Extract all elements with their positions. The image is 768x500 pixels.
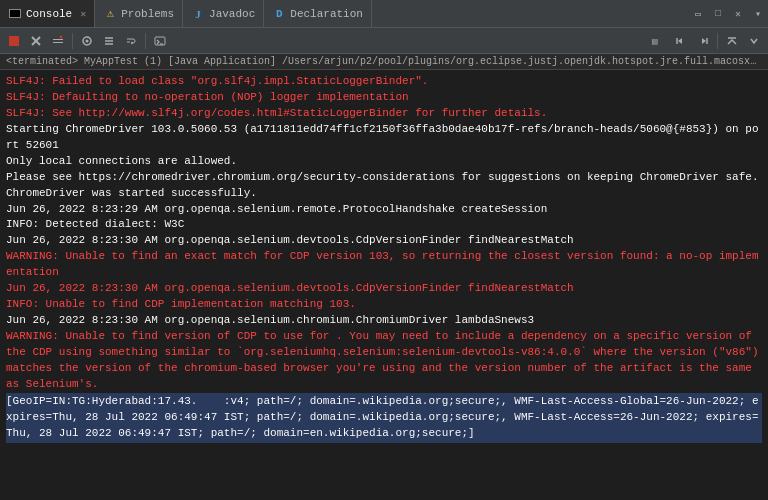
terminate-btn[interactable] xyxy=(4,31,24,51)
console-line: Starting ChromeDriver 103.0.5060.53 (a17… xyxy=(6,122,762,154)
console-line: Please see https://chromedriver.chromium… xyxy=(6,170,762,186)
console-line: SLF4J: Defaulting to no-operation (NOP) … xyxy=(6,90,762,106)
console-toolbar: ▤ xyxy=(0,28,768,54)
remove-launch-btn[interactable] xyxy=(26,31,46,51)
tab-problems[interactable]: ⚠ Problems xyxy=(95,0,183,27)
console-icon xyxy=(8,7,22,21)
console-line: SLF4J: Failed to load class "org.slf4j.i… xyxy=(6,74,762,90)
maximize-btn[interactable]: □ xyxy=(708,4,728,24)
svg-rect-3 xyxy=(53,39,63,40)
word-wrap-btn[interactable] xyxy=(121,31,141,51)
svg-point-8 xyxy=(86,39,89,42)
tab-javadoc[interactable]: J Javadoc xyxy=(183,0,264,27)
tab-bar: Console ✕ ⚠ Problems J Javadoc D Declara… xyxy=(0,0,768,28)
prev-edit-btn[interactable] xyxy=(671,31,691,51)
console-line: INFO: Unable to find CDP implementation … xyxy=(6,297,762,313)
console-line: WARNING: Unable to find version of CDP t… xyxy=(6,329,762,393)
toolbar-sep-1 xyxy=(72,33,73,49)
toolbar-sep-3 xyxy=(717,33,718,49)
type-select-btn[interactable]: ▤ xyxy=(649,31,669,51)
minimize-btn[interactable]: ▭ xyxy=(688,4,708,24)
console-line: Jun 26, 2022 8:23:30 AM org.openqa.selen… xyxy=(6,313,762,329)
console-line: SLF4J: See http://www.slf4j.org/codes.ht… xyxy=(6,106,762,122)
svg-rect-0 xyxy=(9,36,19,46)
declaration-icon: D xyxy=(272,7,286,21)
view-menu-2-btn[interactable] xyxy=(744,31,764,51)
remove-all-btn[interactable] xyxy=(48,31,68,51)
view-menu-btn[interactable]: ▾ xyxy=(748,4,768,24)
console-output[interactable]: SLF4J: Failed to load class "org.slf4j.i… xyxy=(0,70,768,500)
javadoc-icon: J xyxy=(191,7,205,21)
scroll-lock-btn[interactable] xyxy=(99,31,119,51)
console-line: Jun 26, 2022 8:23:29 AM org.openqa.selen… xyxy=(6,202,762,218)
main-container: Console ✕ ⚠ Problems J Javadoc D Declara… xyxy=(0,0,768,500)
collapse-all-btn[interactable] xyxy=(722,31,742,51)
svg-rect-4 xyxy=(53,42,63,43)
tab-javadoc-label: Javadoc xyxy=(209,8,255,20)
toolbar-sep-2 xyxy=(145,33,146,49)
tab-problems-label: Problems xyxy=(121,8,174,20)
tab-console-label: Console xyxy=(26,8,72,20)
tab-declaration-label: Declaration xyxy=(290,8,363,20)
console-line: INFO: Detected dialect: W3C xyxy=(6,217,762,233)
svg-text:▤: ▤ xyxy=(652,36,658,46)
tab-console-close[interactable]: ✕ xyxy=(80,8,86,20)
tab-console[interactable]: Console ✕ xyxy=(0,0,95,27)
console-line: Jun 26, 2022 8:23:30 AM org.openqa.selen… xyxy=(6,281,762,297)
console-line: Only local connections are allowed. xyxy=(6,154,762,170)
problems-icon: ⚠ xyxy=(103,7,117,21)
console-line: ChromeDriver was started successfully. xyxy=(6,186,762,202)
pin-console-btn[interactable] xyxy=(77,31,97,51)
tab-declaration[interactable]: D Declaration xyxy=(264,0,372,27)
console-line: WARNING: Unable to find an exact match f… xyxy=(6,249,762,281)
console-line: [GeoIP=IN:TG:Hyderabad:17.43. :v4; path=… xyxy=(6,393,762,443)
console-title: <terminated> MyAppTest (1) [Java Applica… xyxy=(0,54,768,70)
console-line: Jun 26, 2022 8:23:30 AM org.openqa.selen… xyxy=(6,233,762,249)
open-console-btn[interactable] xyxy=(150,31,170,51)
close-view-btn[interactable]: ✕ xyxy=(728,4,748,24)
next-edit-btn[interactable] xyxy=(693,31,713,51)
